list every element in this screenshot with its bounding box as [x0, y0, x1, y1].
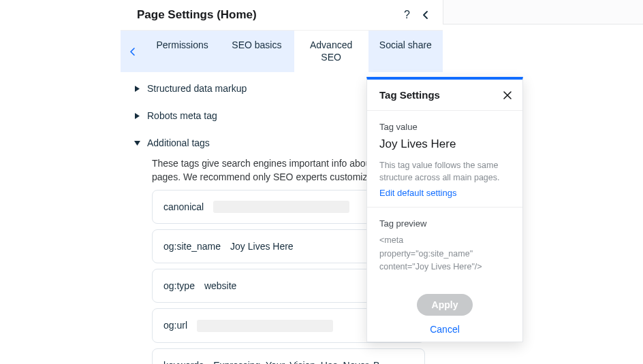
panel-title: Page Settings (Home) [137, 8, 257, 22]
top-secondary-bar [443, 0, 643, 24]
popover-body: Tag value Joy Lives Here This tag value … [367, 111, 522, 208]
chevron-down-icon [134, 140, 140, 146]
tab-permissions[interactable]: Permissions [145, 31, 219, 72]
tab-advanced-seo[interactable]: Advanced SEO [294, 31, 368, 72]
tag-preview-label: Tag preview [379, 218, 510, 229]
tag-value-redacted [197, 320, 333, 332]
section-label: Additional tags [147, 137, 210, 148]
cancel-button[interactable]: Cancel [430, 324, 460, 335]
panel-header: Page Settings (Home) ? [121, 0, 443, 30]
tag-preview-code: <meta property="og:site_name" content="J… [379, 234, 510, 274]
panel-header-actions: ? [404, 9, 429, 21]
tag-value: Joy Lives Here [379, 137, 510, 151]
tag-value-label: Tag value [379, 122, 510, 132]
tab-social-share[interactable]: Social share [368, 31, 443, 72]
popover-footer: Apply Cancel [367, 286, 522, 342]
tag-value: Joy Lives Here [230, 239, 294, 253]
apply-button[interactable]: Apply [417, 294, 473, 316]
section-label: Structured data markup [147, 83, 247, 94]
chevron-right-icon [134, 86, 140, 92]
tag-key: og:url [163, 318, 187, 332]
tag-key: og:site_name [163, 239, 221, 253]
tag-value: Expressing, Your, Vision, Has, Never, B [213, 359, 379, 364]
tag-key: keywords [163, 359, 204, 364]
tag-value-redacted [213, 201, 349, 213]
tab-seo-basics[interactable]: SEO basics [219, 31, 294, 72]
tag-row-keywords[interactable]: keywords Expressing, Your, Vision, Has, … [152, 348, 425, 364]
popover-preview: Tag preview <meta property="og:site_name… [367, 208, 522, 286]
tag-value-note: This tag value follows the same structur… [379, 159, 510, 184]
section-label: Robots meta tag [147, 110, 217, 121]
popover-title: Tag Settings [379, 89, 440, 101]
edit-default-settings-link[interactable]: Edit default settings [379, 188, 456, 198]
help-icon[interactable]: ? [404, 9, 410, 21]
tag-key: og:type [163, 279, 195, 293]
close-icon[interactable] [503, 91, 512, 99]
chevron-right-icon [134, 113, 140, 119]
tag-key: canonical [163, 200, 204, 214]
tabs: Permissions SEO basics Advanced SEO Soci… [121, 30, 443, 72]
tag-value: website [204, 279, 236, 293]
popover-header: Tag Settings [367, 80, 522, 111]
tabs-scroll-left[interactable] [121, 31, 145, 72]
tag-settings-popover: Tag Settings Tag value Joy Lives Here Th… [366, 77, 523, 342]
panel-collapse-button[interactable] [422, 10, 429, 20]
